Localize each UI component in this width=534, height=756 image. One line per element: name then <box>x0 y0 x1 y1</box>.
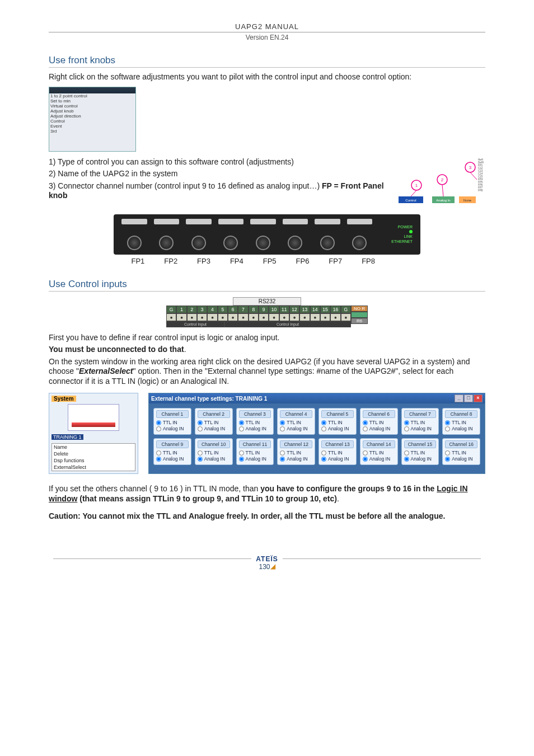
ttl-in-option[interactable]: TTL IN <box>445 450 477 456</box>
svg-text:FP8: FP8 <box>478 189 483 192</box>
analog-in-option[interactable]: Analog IN <box>445 426 477 431</box>
section-heading-front-knobs: Use front knobs <box>49 55 485 68</box>
caution-text: Caution: You cannot mix the TTL and Anal… <box>49 511 485 522</box>
ttl-in-option[interactable]: TTL IN <box>404 420 437 425</box>
channel-name: Channel 9 <box>156 440 189 448</box>
analog-in-option[interactable]: Analog IN <box>363 456 395 462</box>
doc-header-title: UAPG2 MANUAL <box>49 22 485 32</box>
svg-line-12 <box>411 190 416 196</box>
header-divider <box>49 32 485 32</box>
front-panel-image: POWER LINK ETHERNET <box>114 214 420 255</box>
ttl-in-option[interactable]: TTL IN <box>363 420 395 425</box>
analog-in-option[interactable]: Analog IN <box>156 426 189 431</box>
ttl-in-option[interactable]: TTL IN <box>280 450 312 456</box>
analog-in-option[interactable]: Analog IN <box>280 426 312 431</box>
channel-cell: Channel 14 TTL IN Analog IN <box>360 438 398 465</box>
channel-cell: Channel 3 TTL IN Analog IN <box>236 408 274 435</box>
ttl-in-option[interactable]: TTL IN <box>321 450 354 456</box>
channel-name: Channel 3 <box>239 410 271 418</box>
svg-text:1: 1 <box>415 183 418 188</box>
channel-name: Channel 14 <box>363 440 395 448</box>
channel-name: Channel 12 <box>280 440 312 448</box>
device-icon <box>68 404 119 431</box>
menu-item-name[interactable]: Name <box>52 444 135 450</box>
svg-line-14 <box>470 172 477 180</box>
analog-in-option[interactable]: Analog IN <box>321 426 354 431</box>
svg-line-13 <box>442 185 443 196</box>
ttl-in-option[interactable]: TTL IN <box>239 420 271 425</box>
doc-header-subtitle: Version EN.24 <box>49 34 485 41</box>
channel-cell: Channel 11 TTL IN Analog IN <box>236 438 274 465</box>
ttl-in-option[interactable]: TTL IN <box>198 420 230 425</box>
analog-in-option[interactable]: Analog IN <box>445 456 477 462</box>
channel-cell: Channel 1 TTL IN Analog IN <box>153 408 191 435</box>
channel-name: Channel 11 <box>239 440 271 448</box>
analog-in-option[interactable]: Analog IN <box>239 426 271 431</box>
ttl-in-option[interactable]: TTL IN <box>156 420 189 425</box>
analog-in-option[interactable]: Analog IN <box>156 456 189 462</box>
svg-text:None: None <box>463 199 472 202</box>
channel-cell: Channel 9 TTL IN Analog IN <box>153 438 191 465</box>
channel-cell: Channel 5 TTL IN Analog IN <box>318 408 357 435</box>
front-knobs-intro: Right click on the software adjustments … <box>49 72 485 82</box>
channel-cell: Channel 16 TTL IN Analog IN <box>442 438 480 465</box>
channel-name: Channel 16 <box>445 440 477 448</box>
external-channel-window: External channel type settings: TRAINING… <box>148 393 485 474</box>
device-context-menu: Name Delete Dsp functions ExternalSelect <box>51 443 135 471</box>
analog-in-option[interactable]: Analog IN <box>321 456 354 462</box>
menu-item-delete[interactable]: Delete <box>52 450 135 457</box>
rs232-connector-image: RS232 G12345678910111213141516G ●●●●●●●●… <box>166 297 368 327</box>
channel-name: Channel 10 <box>198 440 230 448</box>
analog-in-option[interactable]: Analog IN <box>404 456 437 462</box>
system-tree-title: System <box>51 396 76 402</box>
analog-in-option[interactable]: Analog IN <box>363 426 395 431</box>
channel-cell: Channel 13 TTL IN Analog IN <box>318 438 357 465</box>
menu-item-externalselect[interactable]: ExternalSelect <box>52 464 135 471</box>
fp-knob-labels: FP1 FP2 FP3 FP4 FP5 FP6 FP7 FP8 <box>121 257 413 265</box>
ttl-in-option[interactable]: TTL IN <box>404 450 437 456</box>
ttl-in-option[interactable]: TTL IN <box>445 420 477 425</box>
channel-cell: Channel 8 TTL IN Analog IN <box>442 408 480 435</box>
analog-in-option[interactable]: Analog IN <box>239 456 271 462</box>
channel-cell: Channel 12 TTL IN Analog IN <box>277 438 315 465</box>
ttl-in-option[interactable]: TTL IN <box>280 420 312 425</box>
control-inputs-line1: First you have to define if rear control… <box>49 333 485 343</box>
control-inputs-line2: You must be unconnected to do that. <box>49 345 485 355</box>
channel-name: Channel 4 <box>280 410 312 418</box>
analog-in-option[interactable]: Analog IN <box>404 426 437 431</box>
analog-in-option[interactable]: Analog IN <box>198 456 230 462</box>
svg-text:2: 2 <box>441 177 444 182</box>
channel-name: Channel 15 <box>404 440 437 448</box>
ttl-in-option[interactable]: TTL IN <box>198 450 230 456</box>
analog-in-option[interactable]: Analog IN <box>198 426 230 431</box>
channel-name: Channel 2 <box>198 410 230 418</box>
ttl-in-option[interactable]: TTL IN <box>156 450 189 456</box>
ttl-in-option[interactable]: TTL IN <box>239 450 271 456</box>
ext-window-title: External channel type settings: TRAINING… <box>151 396 267 402</box>
minimize-icon[interactable]: _ <box>455 395 463 402</box>
svg-text:Analog In: Analog In <box>436 199 450 202</box>
control-inputs-line3: On the system window in the working area… <box>49 357 485 387</box>
footer-brand: ATEÏS <box>256 555 278 563</box>
menu-item-dsp[interactable]: Dsp functions <box>52 457 135 464</box>
context-menu-image: Copy 1 to 2 point control Set to min Vir… <box>49 87 136 152</box>
channel-cell: Channel 15 TTL IN Analog IN <box>401 438 439 465</box>
maximize-icon[interactable]: □ <box>464 395 473 402</box>
page-footer: ATEÏS 130◢ <box>49 555 485 571</box>
channel-name: Channel 1 <box>156 410 189 418</box>
page-number: 130 <box>259 563 270 571</box>
ttl-in-option[interactable]: TTL IN <box>363 450 395 456</box>
footer-logo-icon: ◢ <box>270 562 275 570</box>
post-line-1: If you set the others channel ( 9 to 16 … <box>49 484 485 504</box>
close-icon[interactable]: × <box>474 395 483 402</box>
channel-name: Channel 6 <box>363 410 395 418</box>
channel-cell: Channel 10 TTL IN Analog IN <box>195 438 233 465</box>
analog-in-option[interactable]: Analog IN <box>280 456 312 462</box>
ttl-in-option[interactable]: TTL IN <box>321 420 354 425</box>
system-tree-panel: System TRAINING 1 Name Delete Dsp functi… <box>49 393 138 474</box>
channel-name: Channel 5 <box>321 410 354 418</box>
channel-name: Channel 8 <box>445 410 477 418</box>
device-name: TRAINING 1 <box>51 434 83 440</box>
channel-name: Channel 13 <box>321 440 354 448</box>
svg-text:3: 3 <box>469 165 472 170</box>
